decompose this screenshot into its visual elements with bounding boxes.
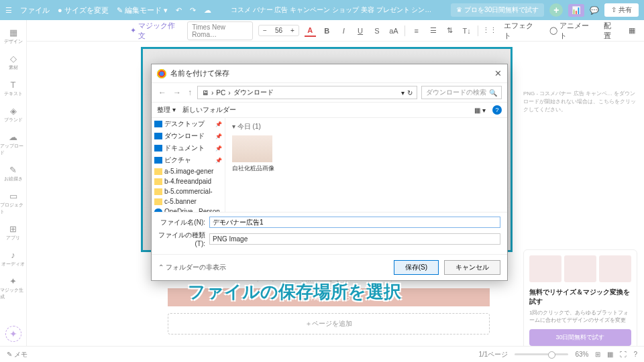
file-menu[interactable]: ファイル <box>20 5 50 15</box>
zoom-slider[interactable] <box>515 353 568 355</box>
view-icon[interactable]: ▦ ▾ <box>474 107 486 114</box>
chart-icon[interactable]: 📊 <box>568 4 584 17</box>
effect-button[interactable]: エフェクト <box>501 19 541 42</box>
share-button[interactable]: ⇧ 共有 <box>604 3 639 17</box>
undo-icon[interactable]: ↶ <box>176 6 182 15</box>
search-input[interactable]: ダウンロードの検索🔍 <box>421 86 502 99</box>
text-toolbar: ✦ マジック作文 Times New Roma… −56+ A B I U S … <box>0 20 644 42</box>
instruction-overlay: ファイルの保存場所を選択 <box>188 280 401 304</box>
sidebar-item-design[interactable]: ▦デザイン <box>0 24 26 48</box>
page-indicator[interactable]: 1/1ページ <box>479 350 508 359</box>
sidebar-item-apps[interactable]: ⊞アプリ <box>0 221 26 244</box>
filetype-select[interactable]: PNG Image <box>209 233 500 245</box>
sidebar-item-upload[interactable]: ☁アップロード <box>0 129 26 159</box>
zoom-level[interactable]: 63% <box>575 351 588 358</box>
italic-button[interactable]: I <box>338 25 350 37</box>
path-breadcrumb[interactable]: 🖥›PC›ダウンロード ▾↻ <box>197 86 417 99</box>
filetype-label: ファイルの種類(T): <box>158 231 205 247</box>
download-notice: PNG - コスメバナー 広告 キャンペ… をダウンロードが開始されない場合は、… <box>523 90 637 114</box>
fullscreen-icon[interactable]: ⛶ <box>620 351 627 358</box>
help-icon[interactable]: ? <box>492 105 502 115</box>
help-icon[interactable]: ? <box>633 351 637 358</box>
promo-desc: 1回のクリックで、あらゆるプラットフォームに合わせてデザインのサイズを変更 <box>529 309 631 324</box>
animate-button[interactable]: ◯ アニメート <box>547 19 596 42</box>
folder-tree[interactable]: デスクトップ📌 ダウンロード📌 ドキュメント📌 ピクチャ📌 a-5.image-… <box>152 118 225 212</box>
resize-menu[interactable]: ● サイズを変更 <box>58 5 109 15</box>
filename-label: ファイル名(N): <box>158 218 205 227</box>
document-title[interactable]: コスメ バナー 広告 キャンペーン ショップ 美容 プレゼント シン… <box>218 5 444 15</box>
strike-button[interactable]: S <box>372 25 383 37</box>
list-view-icon[interactable]: ▦ <box>607 351 613 358</box>
fab-button[interactable]: ✦ <box>5 326 21 342</box>
file-list[interactable]: ▾ 今日 (1) 自社化粧品画像 <box>225 118 507 212</box>
save-as-dialog: 名前を付けて保存 ✕ ← → ↑ 🖥›PC›ダウンロード ▾↻ ダウンロードの検… <box>151 64 508 281</box>
nav-up-icon[interactable]: ↑ <box>186 88 193 97</box>
top-bar: ☰ ファイル ● サイズを変更 ✎ 編集モード ▾ ↶ ↷ ☁ コスメ バナー … <box>0 0 644 20</box>
more-icon[interactable]: ⋮⋮ <box>484 25 496 37</box>
add-page-button[interactable]: ＋ページを追加 <box>168 313 490 335</box>
save-button[interactable]: 保存(S) <box>394 260 439 275</box>
edit-mode-menu[interactable]: ✎ 編集モード ▾ <box>117 5 168 15</box>
close-button[interactable]: ✕ <box>494 68 502 78</box>
dialog-title: 名前を付けて保存 <box>170 68 229 78</box>
comment-icon[interactable]: 💬 <box>590 6 599 15</box>
folder-toggle[interactable]: ⌃ フォルダーの非表示 <box>158 263 226 272</box>
add-button[interactable]: + <box>549 3 563 17</box>
new-folder-button[interactable]: 新しいフォルダー <box>182 105 236 115</box>
vertical-text-button[interactable]: T↓ <box>461 25 472 37</box>
nav-back-icon[interactable]: ← <box>157 88 168 97</box>
sidebar-item-brand[interactable]: ◈ブランド <box>0 103 26 126</box>
file-item[interactable]: 自社化粧品画像 <box>232 135 274 173</box>
cloud-icon[interactable]: ☁ <box>204 6 211 15</box>
promo-title: 無料でリサイズ＆マジック変換を試す <box>529 288 631 306</box>
underline-button[interactable]: U <box>355 25 366 37</box>
sidebar-item-text[interactable]: Tテキスト <box>0 76 26 100</box>
promo-cta-button[interactable]: 30日間無料で試す <box>529 329 631 346</box>
list-button[interactable]: ☰ <box>427 25 439 37</box>
grid-view-icon[interactable]: ⊞ <box>595 351 600 358</box>
cancel-button[interactable]: キャンセル <box>444 260 500 275</box>
left-sidebar: ▦デザイン ◇素材 Tテキスト ◈ブランド ☁アップロード ✎お絵描き ▭プロジ… <box>0 20 27 346</box>
text-color-button[interactable]: A <box>305 25 316 37</box>
chrome-icon <box>157 69 166 78</box>
transparency-icon[interactable]: ▦ <box>626 25 637 37</box>
nav-forward-icon[interactable]: → <box>172 88 182 97</box>
redo-icon[interactable]: ↷ <box>190 6 196 15</box>
sidebar-item-magic[interactable]: ✦マジック生成 <box>0 273 26 303</box>
filename-input[interactable] <box>209 217 500 228</box>
align-button[interactable]: ≡ <box>411 25 422 37</box>
bold-button[interactable]: B <box>321 25 333 37</box>
sidebar-item-projects[interactable]: ▭プロジェクト <box>0 188 26 218</box>
bottom-bar: ✎ メモ 1/1ページ 63% ⊞ ▦ ⛶ ? <box>0 346 644 362</box>
font-size-stepper[interactable]: −56+ <box>258 25 299 36</box>
organize-button[interactable]: 整理 ▾ <box>157 105 176 115</box>
memo-button[interactable]: ✎ メモ <box>7 350 28 359</box>
spacing-button[interactable]: ⇅ <box>444 25 455 37</box>
magic-write-button[interactable]: ✦ マジック作文 <box>127 19 182 42</box>
menu-icon[interactable]: ☰ <box>5 6 12 15</box>
position-button[interactable]: 配置 <box>601 19 621 42</box>
sidebar-item-draw[interactable]: ✎お絵描き <box>0 162 26 185</box>
font-select[interactable]: Times New Roma… <box>187 21 253 40</box>
resize-promo-panel: 無料でリサイズ＆マジック変換を試す 1回のクリックで、あらゆるプラットフォームに… <box>523 249 637 346</box>
sidebar-item-elements[interactable]: ◇素材 <box>0 50 26 74</box>
case-button[interactable]: aA <box>388 25 399 37</box>
pro-trial-button[interactable]: ♛ プロを30日間無料で試す <box>451 3 544 17</box>
sidebar-item-audio[interactable]: ♪オーディオ <box>0 247 26 270</box>
